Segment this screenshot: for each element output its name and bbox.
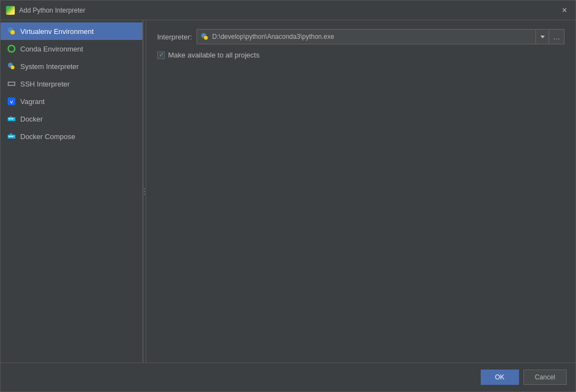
sidebar-item-system-label: System Interpreter: [20, 62, 79, 71]
title-bar: Add Python Interpreter ×: [1, 1, 575, 20]
vagrant-icon: V: [7, 97, 16, 106]
interpreter-label: Interpreter:: [157, 33, 192, 41]
svg-point-2: [8, 45, 15, 52]
svg-rect-11: [10, 118, 11, 119]
sidebar-item-virtualenv-label: Virtualenv Environment: [20, 27, 94, 36]
dialog-icon: [6, 6, 15, 15]
interpreter-row: Interpreter: D:\develop\python\Anaconda3…: [157, 29, 565, 44]
dialog-title: Add Python Interpreter: [19, 7, 559, 14]
make-available-row: ✓ Make available to all projects: [157, 51, 565, 59]
sidebar-item-virtualenv[interactable]: Virtualenv Environment: [1, 22, 142, 40]
add-python-interpreter-dialog: Add Python Interpreter × Virtualenv Envi…: [0, 0, 576, 392]
virtualenv-icon: [7, 27, 16, 36]
sidebar: Virtualenv Environment Conda Environment: [1, 20, 143, 362]
docker-icon: [7, 114, 16, 123]
checkmark-icon: ✓: [159, 51, 164, 59]
sidebar-item-ssh-label: SSH Interpreter: [20, 80, 70, 88]
close-button[interactable]: ×: [559, 5, 570, 16]
make-available-checkbox-container[interactable]: ✓ Make available to all projects: [157, 51, 260, 59]
svg-rect-12: [12, 118, 13, 119]
svg-rect-15: [9, 136, 10, 137]
sidebar-item-vagrant-label: Vagrant: [20, 97, 45, 106]
docker-compose-icon: [7, 132, 16, 141]
sidebar-item-conda[interactable]: Conda Environment: [1, 40, 142, 57]
ok-button[interactable]: OK: [481, 370, 519, 385]
sidebar-item-system[interactable]: System Interpreter: [1, 57, 142, 75]
sidebar-item-vagrant[interactable]: V Vagrant: [1, 93, 142, 110]
svg-rect-13: [10, 117, 11, 118]
svg-text:V: V: [10, 100, 13, 105]
svg-point-1: [10, 30, 15, 34]
cancel-button[interactable]: Cancel: [523, 370, 567, 385]
sidebar-item-docker[interactable]: Docker: [1, 110, 142, 128]
browse-icon: …: [553, 33, 560, 41]
svg-point-20: [204, 36, 208, 40]
sidebar-item-ssh[interactable]: SSH Interpreter: [1, 75, 142, 93]
ssh-icon: [7, 79, 16, 88]
footer: OK Cancel: [1, 362, 575, 391]
system-icon: [7, 62, 16, 71]
make-available-checkbox[interactable]: ✓: [157, 51, 165, 59]
interpreter-dropdown-button[interactable]: [536, 29, 549, 44]
svg-rect-17: [12, 136, 13, 137]
chevron-down-icon: [540, 36, 545, 38]
interpreter-path-value: D:\develop\python\Anaconda3\python.exe: [212, 33, 335, 41]
make-available-label: Make available to all projects: [168, 51, 260, 59]
sidebar-item-docker-label: Docker: [20, 115, 43, 123]
svg-rect-16: [10, 136, 11, 137]
svg-rect-18: [10, 134, 11, 135]
sidebar-item-conda-label: Conda Environment: [20, 45, 83, 53]
svg-point-4: [11, 66, 15, 70]
svg-rect-10: [9, 118, 10, 119]
interpreter-input-group: D:\develop\python\Anaconda3\python.exe …: [197, 29, 565, 44]
sidebar-item-docker-compose-label: Docker Compose: [20, 132, 75, 141]
interpreter-browse-button[interactable]: …: [549, 29, 565, 44]
conda-icon: [7, 44, 16, 53]
sidebar-resizer[interactable]: [143, 20, 146, 362]
interpreter-path-field[interactable]: D:\develop\python\Anaconda3\python.exe: [197, 29, 536, 44]
python-path-icon: [200, 32, 209, 41]
svg-rect-6: [9, 83, 14, 85]
content-area: Interpreter: D:\develop\python\Anaconda3…: [146, 20, 575, 362]
sidebar-item-docker-compose[interactable]: Docker Compose: [1, 128, 142, 145]
dialog-body: Virtualenv Environment Conda Environment: [1, 20, 575, 362]
